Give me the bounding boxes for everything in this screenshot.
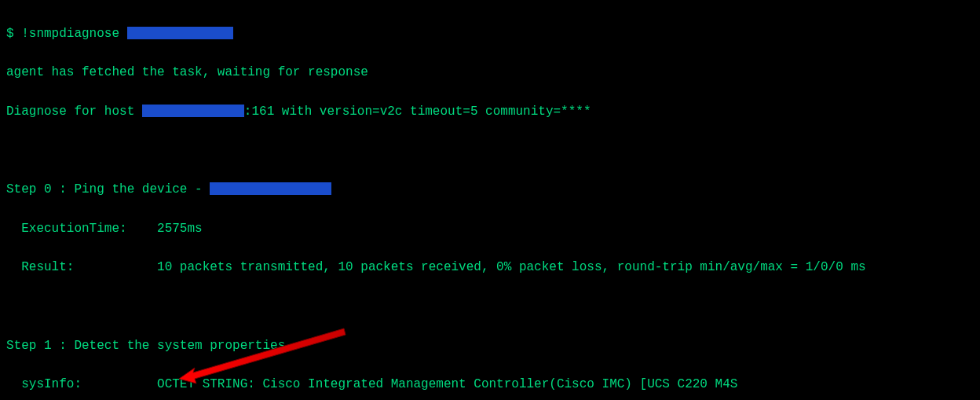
redacted-arg xyxy=(127,27,233,39)
text: Step 0 : Ping the device - xyxy=(6,182,210,196)
output-line: Diagnose for host :161 with version=v2c … xyxy=(6,102,974,122)
text: Diagnose for host xyxy=(6,105,142,119)
value: 2575ms xyxy=(157,222,203,236)
value: OCTET STRING: Cisco Integrated Managemen… xyxy=(157,377,737,391)
redacted-host xyxy=(210,182,331,195)
label: sysInfo: xyxy=(6,377,157,391)
value: 10 packets transmitted, 10 packets recei… xyxy=(157,260,866,274)
command-text: !snmpdiagnose xyxy=(21,27,126,41)
text: :161 with version=v2c timeout=5 communit… xyxy=(244,105,591,119)
redacted-host xyxy=(142,105,244,117)
step0-exec: ExecutionTime: 2575ms xyxy=(6,219,974,239)
step1-title: Step 1 : Detect the system properties xyxy=(6,336,974,356)
blank-line xyxy=(6,297,974,317)
label: ExecutionTime: xyxy=(6,222,157,236)
step1-sysinfo: sysInfo: OCTET STRING: Cisco Integrated … xyxy=(6,375,974,394)
blank-line xyxy=(6,141,974,161)
label: Result: xyxy=(6,260,157,274)
prompt: $ xyxy=(6,27,21,41)
step0-result: Result: 10 packets transmitted, 10 packe… xyxy=(6,258,974,277)
command-line: $ !snmpdiagnose xyxy=(6,24,974,44)
output-line: agent has fetched the task, waiting for … xyxy=(6,63,974,83)
step0-title: Step 0 : Ping the device - xyxy=(6,180,974,200)
terminal-output: $ !snmpdiagnose agent has fetched the ta… xyxy=(0,0,980,400)
